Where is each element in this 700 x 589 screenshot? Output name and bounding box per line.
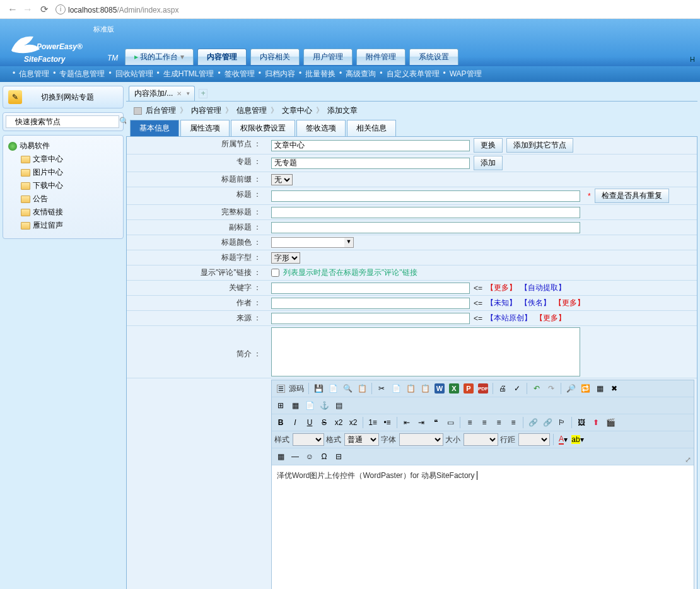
text-color-icon[interactable]: A▾ [557, 433, 569, 446]
search-input[interactable] [6, 115, 119, 128]
nav-tab-system[interactable]: 系统设置 [409, 49, 458, 65]
url-bar[interactable]: i localhost:8085/Admin/index.aspx [55, 4, 695, 15]
bc-item[interactable]: 后台管理 [146, 105, 176, 116]
ol-icon[interactable]: 1≡ [366, 416, 379, 429]
editor-content[interactable]: 泽优Word图片上传控件（WordPaster）for 动易SiteFactor… [272, 465, 694, 589]
indent-icon[interactable]: ⇥ [415, 416, 428, 429]
paste-text-icon[interactable]: 📋 [419, 382, 431, 395]
zoom-icon[interactable]: ⊞ [274, 399, 287, 412]
check-dup-button[interactable]: 检查是否具有重复 [595, 189, 669, 203]
tree-item-article[interactable]: 文章中心 [6, 153, 120, 166]
source-btn[interactable]: ☰ [274, 382, 287, 395]
new-icon[interactable]: 📄 [327, 382, 339, 395]
table-icon[interactable]: ▦ [274, 450, 287, 463]
form-tab-sign[interactable]: 签收选项 [296, 120, 346, 136]
close-icon[interactable]: ✕ [177, 90, 182, 97]
bc-item[interactable]: 信息管理 [236, 105, 267, 116]
subnav-topic[interactable]: 专题信息管理 [59, 69, 105, 79]
emoji-icon[interactable]: ☺ [303, 450, 316, 463]
outdent-icon[interactable]: ⇤ [400, 416, 413, 429]
add-topic-button[interactable]: 添加 [474, 156, 503, 170]
align-left-icon[interactable]: ≡ [464, 416, 476, 429]
image-icon[interactable]: 🖼 [575, 416, 588, 429]
form-tab-attr[interactable]: 属性选项 [180, 120, 230, 136]
doc-icon[interactable]: ▤ [332, 399, 345, 412]
line-select[interactable] [518, 433, 550, 446]
change-button[interactable]: 更换 [474, 138, 503, 153]
paste-icon[interactable]: 📋 [404, 382, 417, 395]
subnav-batch[interactable]: 批量替换 [305, 69, 335, 79]
link-auto-extract[interactable]: 【自动提取】 [520, 283, 566, 293]
align-center-icon[interactable]: ≡ [478, 416, 491, 429]
quote-icon[interactable]: ❝ [429, 416, 442, 429]
anchor-icon[interactable]: ⚓ [318, 399, 330, 412]
tree-item-download[interactable]: 下载中心 [6, 179, 120, 192]
align-justify-icon[interactable]: ≡ [507, 416, 520, 429]
div-icon[interactable]: ▭ [444, 416, 457, 429]
upload-icon[interactable]: ⬆ [590, 416, 602, 429]
link-anon[interactable]: 【佚名】 [520, 298, 551, 308]
refresh-icon[interactable]: ⟳ [35, 4, 53, 15]
sidebar-switch[interactable]: ✎ 切换到网站专题 [3, 86, 124, 108]
special-char-icon[interactable]: Ω [318, 450, 330, 463]
home-icon[interactable] [134, 107, 142, 115]
preview-icon[interactable]: 🔍 [341, 382, 354, 395]
cut-icon[interactable]: ✂ [375, 382, 388, 395]
align-right-icon[interactable]: ≡ [493, 416, 505, 429]
subnav-recycle[interactable]: 回收站管理 [115, 69, 153, 79]
redo-icon[interactable]: ↷ [545, 382, 557, 395]
site-info-icon[interactable]: i [55, 4, 66, 15]
bc-item[interactable]: 内容管理 [191, 105, 221, 116]
nav-tab-workspace[interactable]: ▸ 我的工作台 ▾ [125, 49, 194, 65]
tree-root[interactable]: 动易软件 [6, 139, 120, 153]
form-tab-perm[interactable]: 权限收费设置 [231, 120, 295, 136]
nav-tab-users[interactable]: 用户管理 [303, 49, 353, 65]
link-more[interactable]: 【更多】 [535, 313, 566, 324]
nav-forward-icon[interactable]: → [20, 4, 35, 15]
strike-icon[interactable]: S [318, 416, 330, 429]
prefix-select[interactable]: 无 [271, 174, 293, 185]
home-link-icon[interactable]: H [690, 55, 695, 63]
unlink-icon[interactable]: 🔗 [541, 416, 554, 429]
ul-icon[interactable]: •≡ [381, 416, 394, 429]
style-select[interactable] [293, 433, 324, 446]
size-select[interactable] [464, 433, 498, 446]
form-tab-related[interactable]: 相关信息 [347, 120, 396, 136]
nav-tab-content[interactable]: 内容管理 [197, 49, 247, 65]
hr-icon[interactable]: — [289, 450, 301, 463]
sub-icon[interactable]: x2 [332, 416, 345, 429]
form-tab-basic[interactable]: 基本信息 [130, 120, 179, 136]
subnav-html[interactable]: 生成HTML管理 [163, 69, 214, 79]
link-orig[interactable]: 【本站原创】 [486, 313, 532, 324]
nav-back-icon[interactable]: ← [5, 4, 20, 15]
bc-item[interactable]: 文章中心 [282, 105, 312, 116]
tree-item-notice[interactable]: 公告 [6, 192, 120, 206]
tree-item-image[interactable]: 图片中心 [6, 166, 120, 179]
print-icon[interactable]: 🖨 [496, 382, 509, 395]
link-unknown[interactable]: 【未知】 [486, 298, 516, 308]
author-input[interactable] [271, 298, 470, 309]
media-icon[interactable]: 🎬 [604, 416, 617, 429]
link-more[interactable]: 【更多】 [554, 298, 585, 308]
tree-item-links[interactable]: 友情链接 [6, 206, 120, 219]
spell-icon[interactable]: ✓ [511, 382, 523, 395]
node-input[interactable] [271, 140, 470, 151]
pagebreak-icon[interactable]: ⊟ [332, 450, 345, 463]
subnav-info[interactable]: 信息管理 [19, 69, 49, 79]
ppt-icon[interactable]: P [462, 382, 475, 395]
font-select[interactable] [399, 433, 443, 446]
pdf-icon[interactable]: PDF [477, 382, 489, 395]
bg-color-icon[interactable]: ab▾ [571, 433, 584, 446]
subnav-search[interactable]: 高级查询 [346, 69, 376, 79]
new-tab-button[interactable]: + [199, 89, 207, 98]
clear-format-icon[interactable]: ✖ [608, 382, 621, 395]
title-input[interactable] [271, 190, 580, 202]
excel-icon[interactable]: X [448, 382, 460, 395]
find-icon[interactable]: 🔎 [564, 382, 577, 395]
add-other-node-button[interactable]: 添加到其它节点 [506, 138, 573, 153]
nav-tab-attach[interactable]: 附件管理 [356, 49, 405, 65]
link-icon[interactable]: 🔗 [527, 416, 539, 429]
tree-item-guestbook[interactable]: 雁过留声 [6, 219, 120, 232]
format-select[interactable]: 普通 [344, 433, 379, 446]
keyword-input[interactable] [271, 283, 470, 294]
